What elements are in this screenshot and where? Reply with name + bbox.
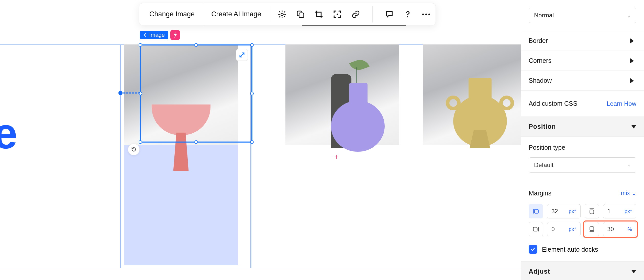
custom-css-row: Add custom CSS Learn How [521, 91, 644, 117]
margin-bottom-unit[interactable]: % [627, 226, 632, 232]
position-type-value: Default [534, 161, 553, 169]
margin-bottom-icon[interactable] [585, 222, 599, 236]
position-type-label: Position type [529, 144, 565, 151]
more-button[interactable] [422, 13, 430, 16]
chevron-right-icon [630, 58, 636, 63]
design-button[interactable] [296, 10, 305, 19]
svg-rect-12 [533, 227, 537, 231]
state-select-value: Normal [534, 12, 554, 19]
shadow-label: Shadow [529, 77, 552, 84]
product-image-3 [423, 44, 537, 145]
state-select-row: Normal ⌄ [521, 0, 644, 31]
add-element-button[interactable]: + [334, 153, 338, 161]
resize-handle[interactable] [139, 140, 142, 144]
margin-bottom-glyph [589, 226, 595, 232]
margin-bottom-input[interactable]: 30 % [603, 222, 637, 236]
expand-icon [239, 52, 245, 58]
svg-rect-14 [590, 227, 594, 230]
link-button[interactable] [351, 10, 360, 19]
resize-handle[interactable] [250, 43, 254, 47]
position-section-header[interactable]: Position [521, 117, 644, 137]
more-icon [422, 13, 430, 16]
settings-button[interactable] [278, 10, 286, 19]
margin-left-glyph [532, 208, 539, 215]
image-slot-2[interactable] [285, 44, 399, 268]
focal-icon [333, 10, 342, 19]
help-button[interactable] [403, 10, 412, 19]
gear-icon [278, 10, 286, 19]
floating-toolbar: Change Image Create AI Image [139, 3, 436, 25]
svg-rect-2 [299, 13, 304, 17]
shadow-row[interactable]: Shadow [521, 71, 644, 91]
resize-handle[interactable] [194, 43, 198, 47]
comment-button[interactable] [385, 10, 394, 19]
svg-point-6 [425, 14, 427, 15]
margin-bottom-value: 30 [607, 226, 614, 233]
revert-button[interactable] [128, 144, 140, 155]
margin-guide [120, 92, 140, 94]
svg-point-4 [407, 16, 408, 17]
chevron-down-icon [631, 270, 636, 273]
margin-right-glyph [532, 226, 539, 232]
focal-point-button[interactable] [333, 10, 342, 19]
margin-left-input[interactable]: 32 px* [547, 204, 581, 218]
corners-row[interactable]: Corners [521, 51, 644, 71]
corners-label: Corners [529, 57, 551, 64]
margin-top-unit[interactable]: px* [625, 208, 632, 214]
undo-icon [131, 146, 137, 153]
resize-handle[interactable] [250, 92, 254, 95]
auto-docks-checkbox[interactable] [529, 245, 537, 254]
crop-button[interactable] [315, 10, 323, 19]
margin-left-icon[interactable] [529, 204, 543, 218]
resize-handle[interactable] [250, 140, 254, 144]
margins-unit-toggle[interactable]: mix ⌄ [621, 190, 636, 197]
resize-handle[interactable] [194, 140, 198, 144]
margin-top-icon[interactable] [585, 204, 599, 218]
create-ai-image-button[interactable]: Create AI Image [203, 3, 269, 25]
margin-right-input[interactable]: 0 px* [547, 222, 581, 236]
hero-text-area: vide g [0, 44, 118, 268]
margin-right-icon[interactable] [529, 222, 543, 236]
margins-label: Margins [529, 190, 551, 197]
state-select[interactable]: Normal ⌄ [529, 8, 636, 23]
ai-bolt-button[interactable] [170, 30, 180, 40]
margins-section: Margins mix ⌄ 32 px* 1 px* [521, 180, 644, 261]
margin-left-unit[interactable]: px* [569, 208, 576, 214]
margin-anchor[interactable] [118, 91, 123, 95]
adjust-section-header[interactable]: Adjust [521, 261, 644, 280]
change-image-button[interactable]: Change Image [141, 3, 203, 25]
selection-frame[interactable] [140, 44, 252, 143]
stack-icon [296, 10, 305, 19]
margin-top-value: 1 [607, 208, 611, 215]
svg-rect-8 [535, 209, 538, 213]
expand-button[interactable] [236, 49, 248, 61]
border-label: Border [529, 37, 548, 44]
image-slot-3[interactable] [423, 44, 537, 268]
product-image-2 [285, 44, 399, 145]
margins-mix-label: mix [621, 190, 630, 197]
svg-point-7 [428, 14, 430, 15]
learn-how-link[interactable]: Learn How [607, 100, 636, 107]
chevron-down-icon: ⌄ [631, 190, 636, 197]
chevron-down-icon [631, 125, 636, 129]
help-icon [403, 10, 412, 19]
margin-top-input[interactable]: 1 px* [603, 204, 637, 218]
link-icon [351, 10, 360, 19]
auto-docks-label: Element auto docks [542, 246, 598, 253]
position-type-row: Position type Default ⌄ [521, 137, 644, 180]
chevron-left-icon [143, 33, 147, 37]
position-type-select[interactable]: Default ⌄ [529, 157, 636, 173]
margin-right-unit[interactable]: px* [569, 226, 576, 232]
check-icon [530, 247, 536, 252]
resize-handle[interactable] [139, 43, 142, 47]
border-row[interactable]: Border [521, 31, 644, 51]
svg-point-5 [422, 14, 424, 15]
svg-rect-10 [590, 210, 594, 214]
margin-top-glyph [589, 208, 595, 215]
chevron-down-icon: ⌄ [627, 13, 631, 18]
chevron-right-icon [630, 78, 636, 83]
comment-icon [385, 10, 394, 19]
margin-left-value: 32 [551, 208, 558, 215]
breadcrumb-image-chip[interactable]: Image [140, 31, 168, 39]
margin-right-value: 0 [551, 226, 555, 233]
